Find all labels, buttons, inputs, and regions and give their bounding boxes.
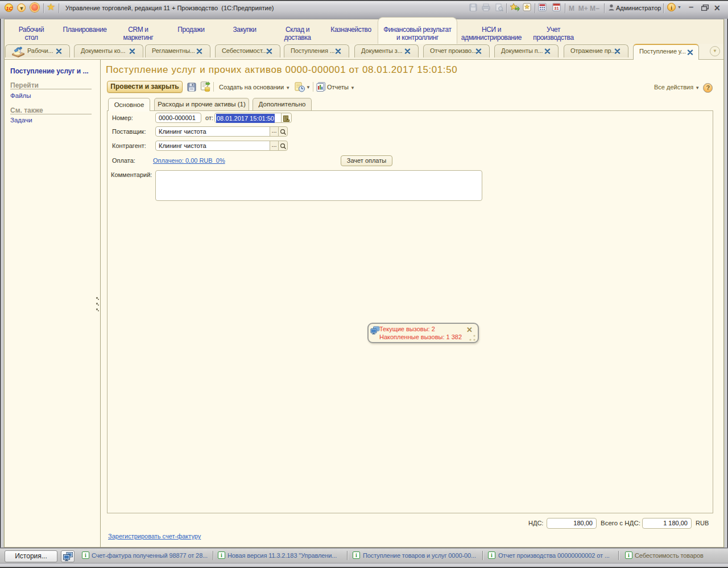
svg-text:31: 31 bbox=[554, 6, 559, 11]
